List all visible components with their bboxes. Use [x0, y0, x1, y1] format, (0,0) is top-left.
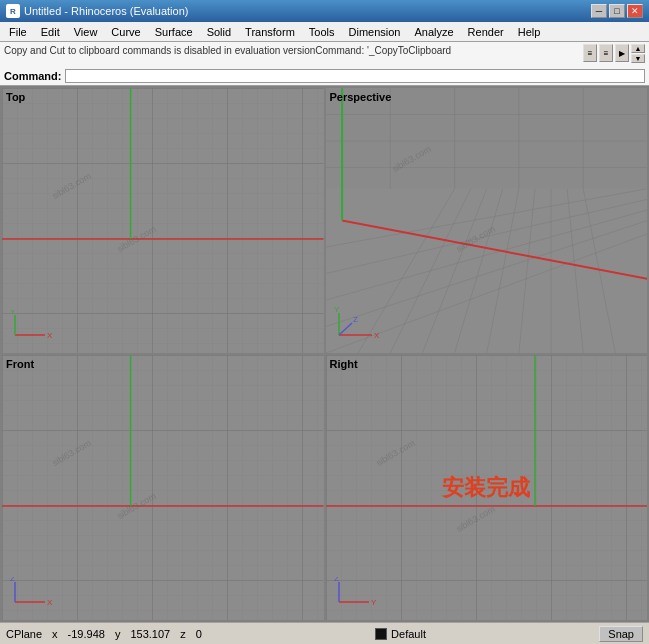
command-input-row: Command:: [4, 69, 645, 83]
command-suffix: Command: '_CopyToClipboard: [315, 45, 451, 56]
x-value: -19.948: [68, 628, 105, 640]
arrow-button[interactable]: ▶: [615, 44, 629, 62]
command-side-buttons: ≡ ≡ ▶: [583, 44, 629, 62]
svg-text:Z: Z: [10, 577, 15, 583]
top-axis-indicator: X Y: [10, 310, 55, 345]
title-controls: ─ □ ✕: [591, 4, 643, 18]
menu-item-file[interactable]: File: [2, 24, 34, 40]
default-layer-label: Default: [391, 628, 426, 640]
menu-item-analyze[interactable]: Analyze: [407, 24, 460, 40]
menu-item-transform[interactable]: Transform: [238, 24, 302, 40]
menu-item-help[interactable]: Help: [511, 24, 548, 40]
command-scroll-buttons: ▲ ▼: [631, 44, 645, 63]
viewport-top[interactable]: Top X Y sibl63.com sibl63.com: [2, 88, 324, 353]
command-notice: Copy and Cut to clipboard commands is di…: [4, 44, 645, 57]
layer-color-box: [375, 628, 387, 640]
scroll-down-button[interactable]: ▼: [631, 54, 645, 63]
command-area: Copy and Cut to clipboard commands is di…: [0, 42, 649, 86]
chinese-text-overlay: 安装完成: [442, 473, 530, 503]
app-icon: R: [6, 4, 20, 18]
svg-text:X: X: [374, 331, 380, 340]
front-axis-indicator: X Z: [10, 577, 55, 612]
status-default-group: Default: [375, 628, 426, 640]
close-button[interactable]: ✕: [627, 4, 643, 18]
viewport-perspective[interactable]: Perspective X Y Z sibl63.com sibl63.com: [326, 88, 648, 353]
right-viewport-label: Right: [330, 358, 358, 370]
svg-rect-24: [326, 88, 648, 189]
front-viewport-label: Front: [6, 358, 34, 370]
menu-item-surface[interactable]: Surface: [148, 24, 200, 40]
notice-text: Copy and Cut to clipboard commands is di…: [4, 45, 315, 56]
svg-line-38: [339, 323, 352, 335]
command-label: Command:: [4, 70, 61, 82]
menu-item-dimension[interactable]: Dimension: [342, 24, 408, 40]
top-viewport-label: Top: [6, 91, 25, 103]
menu-item-solid[interactable]: Solid: [200, 24, 238, 40]
svg-text:X: X: [47, 598, 53, 607]
perspective-viewport-label: Perspective: [330, 91, 392, 103]
minimize-button[interactable]: ─: [591, 4, 607, 18]
menu-item-curve[interactable]: Curve: [104, 24, 147, 40]
status-bar: CPlane x -19.948 y 153.107 z 0 Default S…: [0, 622, 649, 644]
menu-item-edit[interactable]: Edit: [34, 24, 67, 40]
svg-text:Y: Y: [371, 598, 377, 607]
svg-text:Z: Z: [353, 315, 358, 324]
menu-item-tools[interactable]: Tools: [302, 24, 342, 40]
y-value: 153.107: [130, 628, 170, 640]
menu-item-view[interactable]: View: [67, 24, 105, 40]
right-axis-indicator: Y Z: [334, 577, 379, 612]
title-text: Untitled - Rhinoceros (Evaluation): [24, 5, 188, 17]
options-button-2[interactable]: ≡: [599, 44, 613, 62]
svg-text:Y: Y: [10, 310, 16, 316]
options-button-1[interactable]: ≡: [583, 44, 597, 62]
svg-text:Z: Z: [334, 577, 339, 583]
x-label: x: [52, 628, 58, 640]
perspective-axis-indicator: X Y Z: [334, 305, 384, 345]
svg-text:Y: Y: [334, 305, 340, 314]
z-value: 0: [196, 628, 202, 640]
cplane-label: CPlane: [6, 628, 42, 640]
title-bar: R Untitled - Rhinoceros (Evaluation) ─ □…: [0, 0, 649, 22]
snap-button[interactable]: Snap: [599, 626, 643, 642]
command-input[interactable]: [65, 69, 645, 83]
y-label: y: [115, 628, 121, 640]
viewport-front[interactable]: Front X Z sibl63.com sibl63.com: [2, 355, 324, 620]
scroll-up-button[interactable]: ▲: [631, 44, 645, 53]
maximize-button[interactable]: □: [609, 4, 625, 18]
menu-item-render[interactable]: Render: [461, 24, 511, 40]
svg-text:X: X: [47, 331, 53, 340]
viewport-container: Top X Y sibl63.com sibl63.com: [0, 86, 649, 622]
title-bar-left: R Untitled - Rhinoceros (Evaluation): [6, 4, 188, 18]
viewport-right[interactable]: Right 安装完成 Y Z sibl63.com sibl63.com: [326, 355, 648, 620]
z-label: z: [180, 628, 186, 640]
menu-bar: FileEditViewCurveSurfaceSolidTransformTo…: [0, 22, 649, 42]
